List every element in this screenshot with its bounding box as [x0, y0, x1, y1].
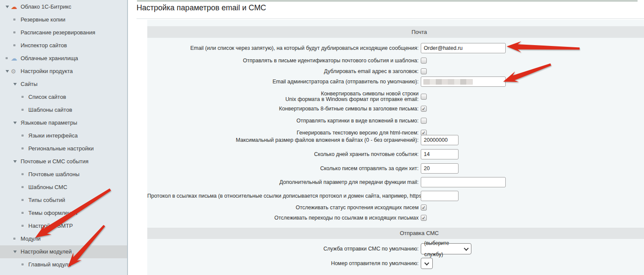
track-read-status-checkbox[interactable]: ✓: [421, 205, 427, 211]
tree-bullet-icon: [21, 186, 24, 188]
bitrix-admin-page: ☁Облако 1С-БитриксРезервные копииРасписа…: [0, 0, 644, 275]
form-row: Номер отправителя по умолчанию:: [147, 258, 644, 269]
admin-email-input[interactable]: [421, 76, 506, 87]
sender-number-select[interactable]: [421, 258, 433, 269]
redacted-email-value: [423, 79, 473, 85]
tree-expand-icon[interactable]: [6, 6, 9, 8]
sidebar-item[interactable]: Главный модуль: [0, 258, 127, 271]
sidebar-item[interactable]: Шаблоны сайтов: [0, 104, 127, 116]
field-label: Email администратора сайта (отправитель …: [147, 76, 419, 87]
sidebar-item-label: Языковые параметры: [21, 116, 77, 129]
sidebar-tree: ☁Облако 1С-БитриксРезервные копииРасписа…: [0, 0, 128, 275]
link-protocol-input[interactable]: [421, 191, 459, 201]
images-as-attachments-checkbox[interactable]: [421, 118, 427, 124]
sidebar-item[interactable]: Почтовые шаблоны: [0, 168, 127, 181]
sidebar-item-label: Настройки продукта: [21, 65, 73, 78]
field-label: Сколько дней хранить почтовые события:: [147, 149, 419, 159]
tree-expand-icon[interactable]: [6, 70, 9, 73]
tree-bullet-icon: [6, 57, 8, 59]
sms-service-selected-value: (выберите службу): [424, 238, 465, 260]
max-attachment-size-input[interactable]: [421, 135, 459, 145]
sidebar-item[interactable]: Настройки модулей: [0, 245, 127, 258]
sidebar-item-label: Темы оформления: [28, 207, 77, 220]
sidebar-item-label: Облачные хранилища: [21, 52, 78, 65]
sidebar-item-label: Резервные копии: [21, 13, 65, 26]
form-row: Служба отправки СМС по умолчанию: (выбер…: [147, 243, 644, 254]
sidebar-item[interactable]: Резервные копии: [0, 13, 127, 26]
field-label: Сколько писем отправлять за один хит:: [147, 163, 419, 174]
sidebar-item-label: Шаблоны сайтов: [28, 104, 72, 116]
tree-bullet-icon: [21, 173, 24, 175]
sidebar-item[interactable]: Языковые параметры: [0, 116, 127, 129]
sidebar-item-label: Список сайтов: [28, 91, 66, 104]
sidebar-item[interactable]: Шаблоны СМС: [0, 181, 127, 194]
sidebar-item-label: Настройка SMTP: [28, 220, 73, 232]
cloud-storage-icon: ☁: [11, 52, 17, 65]
field-label: Служба отправки СМС по умолчанию:: [147, 243, 419, 254]
send-event-ids-checkbox[interactable]: [421, 58, 427, 64]
form-row: Дублировать email адрес в заголовок:: [147, 66, 644, 77]
sidebar-item-label: Почтовые и СМС события: [21, 155, 88, 168]
tree-bullet-icon: [13, 44, 15, 46]
field-label: Дублировать email адрес в заголовок:: [147, 66, 419, 76]
mail-events-days-input[interactable]: [421, 149, 459, 159]
field-label: Отслеживать статус прочтения исходящих п…: [147, 202, 419, 213]
form-row: Отправлять картинки в виде вложений в пи…: [147, 116, 644, 127]
sidebar-item-label: Шаблоны СМС: [28, 181, 67, 194]
tree-expand-icon[interactable]: [13, 160, 17, 163]
tree-bullet-icon: [21, 199, 24, 201]
form-row: Конвертировать символы новой строки Unix…: [147, 91, 644, 102]
convert-newline-checkbox[interactable]: [421, 94, 427, 100]
mail-function-param-input[interactable]: [421, 177, 506, 187]
form-row: Отслеживать переходы по ссылкам в исходя…: [147, 213, 644, 224]
sidebar-item[interactable]: Список сайтов: [0, 91, 127, 104]
track-link-clicks-checkbox[interactable]: ✓: [421, 215, 427, 221]
tree-expand-icon[interactable]: [13, 83, 17, 86]
tree-bullet-icon: [21, 109, 24, 111]
sidebar-item[interactable]: ☁Облачные хранилища: [0, 52, 127, 65]
sidebar-item-label: Облако 1С-Битрикс: [21, 0, 71, 13]
sms-service-select[interactable]: (выберите службу): [421, 243, 471, 254]
form-row: Сколько дней хранить почтовые события:: [147, 149, 644, 160]
sidebar-item[interactable]: Языки интерфейса: [0, 129, 127, 142]
field-label: Отслеживать переходы по ссылкам в исходя…: [147, 213, 419, 223]
convert-8bit-checkbox[interactable]: ✓: [421, 106, 427, 112]
content-top-strip: [137, 0, 638, 2]
sidebar-item[interactable]: Настройка SMTP: [0, 220, 127, 232]
section-header-mail: Почта: [147, 26, 644, 38]
form-row: Отправлять в письме идентификаторы почто…: [147, 55, 644, 67]
form-row: Конвертировать 8-битные символы в заголо…: [147, 104, 644, 115]
tree-bullet-icon: [21, 212, 24, 214]
field-label: Конвертировать 8-битные символы в заголо…: [147, 104, 419, 114]
chevron-down-icon: [424, 260, 429, 265]
field-label: Номер отправителя по умолчанию:: [147, 258, 419, 269]
sidebar-item-label: Почтовые шаблоны: [28, 168, 79, 181]
sidebar-item[interactable]: Инспектор сайтов: [0, 39, 127, 52]
title-separator: [137, 18, 644, 19]
sidebar-item[interactable]: ⚙Настройки продукта: [0, 65, 127, 78]
sidebar-item[interactable]: Региональные настройки: [0, 142, 127, 155]
tree-bullet-icon: [21, 225, 24, 227]
sidebar-item-label: Языки интерфейса: [28, 129, 78, 142]
duplicate-email-input[interactable]: [421, 43, 506, 53]
sidebar-item[interactable]: Модули: [0, 232, 127, 245]
field-label: Дополнительный параметр для передачи фун…: [147, 177, 419, 187]
letters-per-hit-input[interactable]: [421, 163, 459, 174]
tree-bullet-icon: [13, 31, 15, 34]
sidebar-item[interactable]: Типы событий: [0, 194, 127, 207]
sidebar-item[interactable]: Почтовые и СМС события: [0, 155, 127, 168]
tree-expand-icon[interactable]: [13, 122, 17, 124]
sidebar-item-label: Модули: [21, 232, 41, 245]
gear-icon: ⚙: [11, 65, 16, 78]
tree-expand-icon[interactable]: [13, 251, 17, 253]
sidebar-item[interactable]: Расписание резервирования: [0, 26, 127, 39]
sidebar-item[interactable]: Сайты: [0, 78, 127, 91]
sidebar-item[interactable]: ☁Облако 1С-Битрикс: [0, 0, 127, 13]
duplicate-email-header-checkbox[interactable]: [421, 68, 427, 74]
sidebar-item[interactable]: Темы оформления: [0, 207, 127, 220]
form-row: Отслеживать статус прочтения исходящих п…: [147, 202, 644, 214]
field-label: Конвертировать символы новой строки Unix…: [147, 91, 419, 102]
tree-bullet-icon: [21, 134, 24, 137]
tree-bullet-icon: [13, 238, 15, 240]
form-row: Максимальный размер файлов вложения в ба…: [147, 135, 644, 146]
